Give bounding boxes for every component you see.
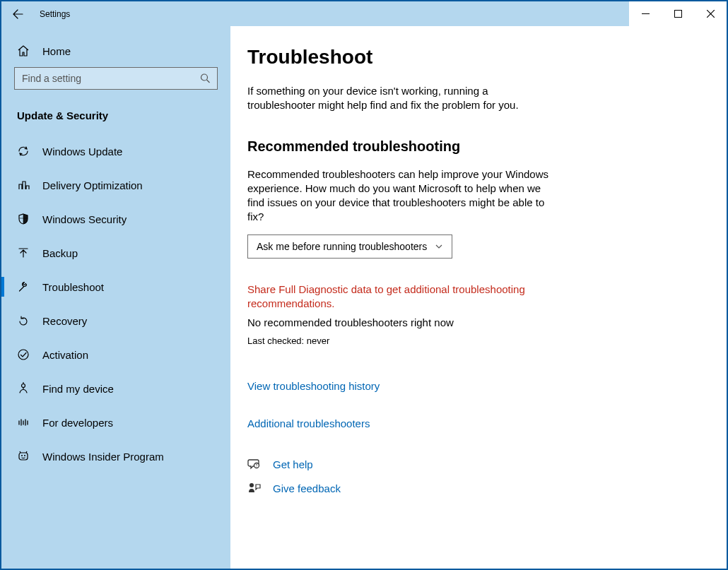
svg-point-9: [21, 455, 23, 456]
svg-rect-1: [674, 11, 681, 18]
find-device-icon: [17, 382, 30, 395]
home-icon: [17, 44, 30, 57]
shield-icon: [17, 213, 30, 225]
svg-text:?: ?: [256, 463, 258, 468]
content-pane: Troubleshoot If something on your device…: [230, 26, 727, 569]
sidebar-item-label: Backup: [42, 247, 78, 259]
sidebar-home-label: Home: [42, 45, 71, 57]
minimize-button[interactable]: [629, 1, 662, 26]
sidebar-item-label: Recovery: [42, 315, 87, 327]
sidebar-item-delivery-optimization[interactable]: Delivery Optimization: [1, 168, 230, 202]
sidebar-item-windows-security[interactable]: Windows Security: [1, 202, 230, 236]
feedback-icon: [247, 482, 262, 494]
svg-line-5: [207, 80, 210, 83]
give-feedback-row: Give feedback: [247, 482, 710, 494]
sidebar: Home Update & Security Windows Update De…: [1, 26, 230, 569]
chevron-down-icon: [435, 242, 443, 251]
sidebar-item-label: Find my device: [42, 383, 114, 395]
sidebar-home[interactable]: Home: [14, 37, 218, 67]
sidebar-item-backup[interactable]: Backup: [1, 236, 230, 270]
status-text: No recommended troubleshooters right now: [247, 316, 710, 328]
troubleshooting-mode-dropdown[interactable]: Ask me before running troubleshooters: [247, 234, 452, 259]
window-controls: [629, 1, 727, 26]
diagnostic-warning: Share Full Diagnostic data to get additi…: [247, 283, 558, 311]
sidebar-item-windows-insider[interactable]: Windows Insider Program: [1, 439, 230, 473]
give-feedback-link[interactable]: Give feedback: [273, 482, 341, 494]
maximize-button[interactable]: [662, 1, 694, 26]
titlebar: Settings: [1, 1, 727, 26]
history-link[interactable]: View troubleshooting history: [247, 380, 710, 392]
backup-icon: [17, 247, 30, 259]
get-help-row: ? Get help: [247, 458, 710, 470]
window-title: Settings: [40, 9, 70, 19]
section-text: Recommended troubleshooters can help imp…: [247, 167, 558, 225]
insider-icon: [17, 450, 30, 463]
close-button[interactable]: [694, 1, 727, 26]
arrow-left-icon: [12, 8, 23, 20]
sidebar-item-find-my-device[interactable]: Find my device: [1, 372, 230, 405]
delivery-icon: [17, 179, 30, 191]
sidebar-item-activation[interactable]: Activation: [1, 338, 230, 372]
wrench-icon: [17, 280, 30, 293]
svg-point-6: [18, 350, 28, 360]
intro-text: If something on your device isn't workin…: [247, 84, 558, 113]
section-title: Recommended troubleshooting: [247, 138, 710, 155]
back-button[interactable]: [1, 1, 34, 26]
svg-point-7: [22, 384, 25, 388]
sidebar-nav: Windows Update Delivery Optimization Win…: [1, 134, 230, 473]
search-icon: [200, 73, 211, 84]
svg-rect-8: [19, 453, 28, 460]
search-input[interactable]: [14, 67, 218, 90]
sidebar-item-for-developers[interactable]: For developers: [1, 405, 230, 439]
svg-point-4: [201, 74, 208, 81]
sidebar-item-label: Activation: [42, 349, 88, 361]
sidebar-item-label: Troubleshoot: [42, 281, 104, 293]
svg-point-10: [24, 455, 25, 456]
sync-icon: [17, 145, 30, 158]
get-help-link[interactable]: Get help: [273, 458, 313, 470]
sidebar-item-label: Windows Insider Program: [42, 451, 164, 463]
developer-icon: [17, 416, 30, 429]
sidebar-item-label: For developers: [42, 417, 113, 429]
additional-link[interactable]: Additional troubleshooters: [247, 417, 710, 429]
category-label: Update & Security: [14, 105, 218, 134]
sidebar-item-troubleshoot[interactable]: Troubleshoot: [1, 270, 230, 304]
search-wrap: [14, 67, 218, 90]
maximize-icon: [674, 10, 682, 18]
recovery-icon: [17, 314, 30, 327]
page-title: Troubleshoot: [247, 46, 710, 69]
sidebar-item-label: Delivery Optimization: [42, 179, 143, 191]
sidebar-item-recovery[interactable]: Recovery: [1, 304, 230, 338]
close-icon: [707, 10, 715, 18]
last-checked: Last checked: never: [247, 336, 710, 346]
svg-point-13: [249, 483, 254, 487]
dropdown-value: Ask me before running troubleshooters: [257, 241, 427, 252]
sidebar-item-windows-update[interactable]: Windows Update: [1, 134, 230, 168]
sidebar-item-label: Windows Update: [42, 146, 122, 158]
activation-icon: [17, 348, 30, 361]
minimize-icon: [642, 10, 650, 18]
help-icon: ?: [247, 458, 262, 470]
sidebar-item-label: Windows Security: [42, 213, 127, 225]
